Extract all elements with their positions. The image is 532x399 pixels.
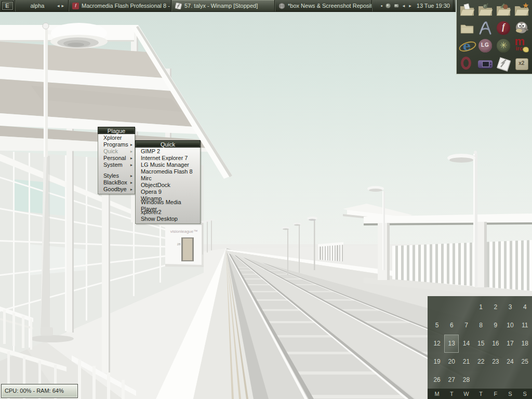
taskbar-menu-segment: E [0, 0, 15, 11]
workspace-label[interactable]: alpha [19, 3, 56, 9]
submenu-item-macromedia-flash[interactable]: Macromedia Flash 8 [136, 168, 200, 175]
calendar-day[interactable]: 12 [430, 335, 444, 353]
dock-icon-folder-tools[interactable] [476, 1, 494, 19]
calendar-day[interactable]: 17 [503, 335, 517, 353]
calendar-day[interactable]: 3 [503, 298, 517, 316]
calendar-day[interactable]: 20 [444, 353, 459, 371]
submenu-title[interactable]: Quick [135, 140, 201, 148]
calendar-day[interactable]: 21 [459, 353, 473, 371]
dock-icon-folder-documents[interactable] [458, 1, 476, 19]
submenu-item-mirc[interactable]: Mirc [136, 175, 200, 182]
dock-icon-internet-explorer[interactable]: e [458, 37, 476, 55]
calendar-day[interactable]: 18 [517, 335, 532, 353]
calendar-day[interactable]: 22 [474, 353, 488, 371]
dock-icon-folder-images[interactable] [513, 1, 531, 19]
clock[interactable]: 13 Tue 19:30 [417, 3, 450, 9]
gba-screen [482, 61, 489, 67]
day-header: F [488, 389, 503, 399]
calendar-day[interactable]: 5 [430, 316, 444, 335]
workspace-prev-icon[interactable]: ◂ [56, 3, 61, 8]
day-header: M [430, 389, 444, 399]
calendar-day[interactable]: 26 [430, 371, 444, 389]
dock-icon-xplorer2[interactable]: x2 [513, 55, 531, 73]
sign-text: visionleague™ [170, 229, 197, 234]
menu-item-goodbye[interactable]: Goodbye▸ [98, 186, 135, 193]
submenu-item-gimp[interactable]: GIMP 2 [136, 148, 200, 155]
taskbar-task-flash[interactable]: f Macromedia Flash Professional 8 - [ci.… [69, 0, 171, 11]
gba-button [490, 62, 491, 64]
calendar-day-selected[interactable]: 13 [444, 335, 459, 353]
calendar-day[interactable]: 4 [517, 298, 532, 316]
submenu-item-opera[interactable]: Opera 9 [136, 189, 200, 195]
station-sign: visionleague™ 28 [165, 222, 204, 267]
dock-icon-lg[interactable]: LG [476, 37, 494, 55]
dock-icon-folder-flash[interactable] [495, 1, 513, 19]
tray-icon-1[interactable] [385, 3, 391, 9]
day-header: T [444, 389, 459, 399]
menu-title[interactable]: Plague [98, 127, 135, 134]
menu-item-programs[interactable]: Programs▸ [98, 141, 135, 148]
calendar-day[interactable]: 7 [459, 316, 473, 335]
submenu-item-windows-media-player[interactable]: Windows Media Player [136, 202, 200, 209]
menu-item-blackbox[interactable]: BlackBox▸ [98, 179, 135, 186]
menu-item-quick[interactable]: Quick▸ [98, 148, 135, 155]
day-header: T [474, 389, 488, 399]
dock-icon-flash-8[interactable]: f [495, 19, 513, 37]
calendar-day[interactable]: 28 [459, 371, 473, 389]
submenu-arrow-icon: ▸ [130, 186, 132, 193]
dock-icon-winamp[interactable] [495, 55, 513, 73]
right-platform-fence [392, 239, 532, 292]
taskbar: E alpha ◂ ▸ f Macromedia Flash Professio… [0, 0, 456, 12]
calendar-day[interactable]: 14 [459, 335, 473, 353]
day-header: S [503, 389, 517, 399]
menu-item-system[interactable]: System▸ [98, 162, 135, 168]
submenu-arrow-icon: ▸ [130, 141, 132, 148]
browser-icon [278, 3, 285, 9]
calendar-day[interactable]: 9 [488, 316, 503, 335]
dock-icon-opera[interactable] [458, 55, 476, 73]
taskbar-task-browser[interactable]: *box News & Screenshot Repository -... [275, 0, 372, 11]
dock-icon-gimp[interactable] [513, 19, 531, 37]
calendar-day[interactable]: 1 [474, 298, 488, 316]
tray-next-icon[interactable]: ▸ [408, 3, 413, 8]
submenu-item-objectdock[interactable]: ObjectDock [136, 182, 200, 189]
dock-icon-mandala[interactable]: ✳ [495, 37, 513, 55]
calendar-day[interactable]: 24 [503, 353, 517, 371]
calendar-day[interactable]: 19 [430, 353, 444, 371]
submenu-item-lg-music-manager[interactable]: LG Music Manager [136, 162, 200, 168]
desktop: visionleague™ 28 [0, 0, 532, 399]
tray-dot: • [381, 3, 383, 9]
menu-button[interactable]: E [2, 1, 14, 10]
winamp-icon [175, 3, 182, 9]
mirc-worm [523, 47, 529, 52]
calendar-day[interactable]: 2 [488, 298, 503, 316]
calendar-day[interactable]: 16 [488, 335, 503, 353]
calendar-day[interactable]: 6 [444, 316, 459, 335]
tray-icon-2[interactable] [393, 3, 400, 9]
workspace-next-icon[interactable]: ▸ [60, 3, 65, 8]
submenu-item-show-desktop[interactable]: Show Desktop [136, 216, 200, 222]
calendar-day[interactable]: 25 [517, 353, 532, 371]
submenu-arrow-icon: ▸ [130, 172, 132, 179]
calendar-day[interactable]: 23 [488, 353, 503, 371]
calendar-day[interactable]: 15 [474, 335, 488, 353]
menu-item-styles[interactable]: Styles▸ [98, 172, 135, 179]
dock: A f e LG ✳ mirc x2 [456, 0, 532, 74]
submenu-item-internet-explorer[interactable]: Internet Explorer 7 [136, 155, 200, 162]
tray-prev-icon[interactable]: ◂ [402, 3, 406, 8]
calendar-day[interactable]: 8 [474, 316, 488, 335]
calendar-empty [488, 371, 503, 389]
opera-ring [461, 57, 471, 70]
dock-icon-folder-closed[interactable] [458, 19, 476, 37]
dock-icon-mirc[interactable]: mirc [513, 37, 531, 55]
menu-item-xplorer[interactable]: Xplorer [98, 135, 135, 141]
dock-icon-gameboy-advance[interactable] [476, 55, 494, 73]
menu-item-personal[interactable]: Personal▸ [98, 155, 135, 162]
taskbar-task-winamp[interactable]: 57. talyx - Winamp [Stopped] [171, 0, 275, 11]
calendar-day[interactable]: 11 [517, 316, 532, 335]
dock-icon-vector-a[interactable]: A [476, 19, 494, 37]
submenu-arrow-icon: ▸ [130, 148, 132, 155]
calendar-day[interactable]: 10 [503, 316, 517, 335]
root-menu: Plague Xplorer Programs▸ Quick▸ Personal… [98, 127, 135, 194]
calendar-day[interactable]: 27 [444, 371, 459, 389]
